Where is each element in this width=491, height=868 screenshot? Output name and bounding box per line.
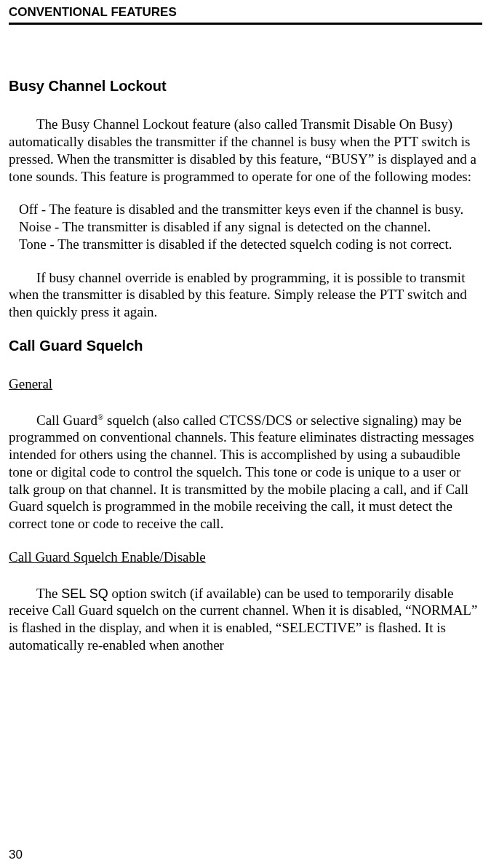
- text-fragment: The: [36, 586, 61, 601]
- body-paragraph: The Busy Channel Lockout feature (also c…: [9, 116, 482, 185]
- text-fragment: Call Guard: [36, 413, 97, 428]
- mode-item: Noise - The transmitter is disabled if a…: [9, 218, 482, 236]
- sel-sq-label: SEL SQ: [61, 586, 108, 601]
- body-paragraph: The SEL SQ option switch (if available) …: [9, 585, 482, 654]
- subheading-general: General: [9, 375, 482, 393]
- mode-list: Off - The feature is disabled and the tr…: [9, 201, 482, 252]
- running-header: CONVENTIONAL FEATURES: [9, 0, 482, 23]
- mode-item: Off - The feature is disabled and the tr…: [9, 201, 482, 218]
- body-paragraph: If busy channel override is enabled by p…: [9, 269, 482, 321]
- body-paragraph: Call Guard® squelch (also called CTCSS/D…: [9, 412, 482, 533]
- registered-mark: ®: [97, 412, 103, 421]
- page-number: 30: [9, 847, 23, 862]
- header-rule: [9, 23, 482, 25]
- section-title-call-guard-squelch: Call Guard Squelch: [9, 337, 482, 355]
- subheading-enable-disable: Call Guard Squelch Enable/Disable: [9, 549, 482, 566]
- section-title-busy-channel-lockout: Busy Channel Lockout: [9, 77, 482, 95]
- mode-item: Tone - The transmitter is disabled if th…: [9, 236, 482, 253]
- text-fragment: squelch (also called CTCSS/DCS or select…: [9, 413, 474, 532]
